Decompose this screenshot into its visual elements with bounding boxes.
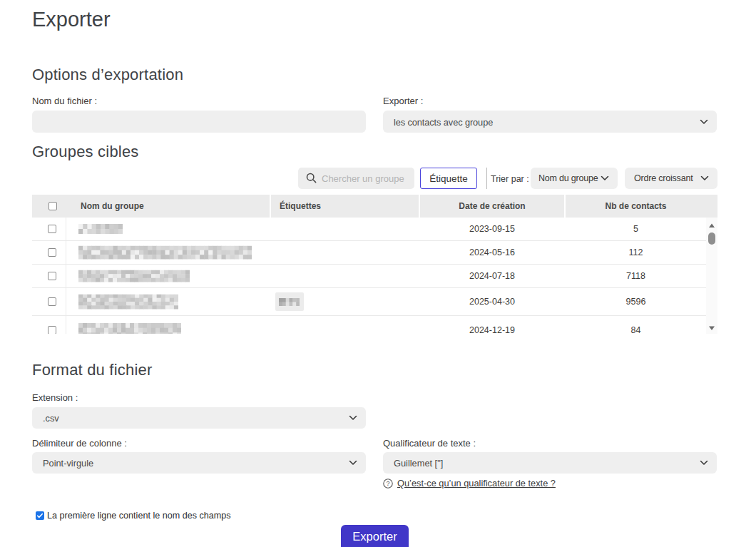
- svg-text:?: ?: [386, 480, 389, 487]
